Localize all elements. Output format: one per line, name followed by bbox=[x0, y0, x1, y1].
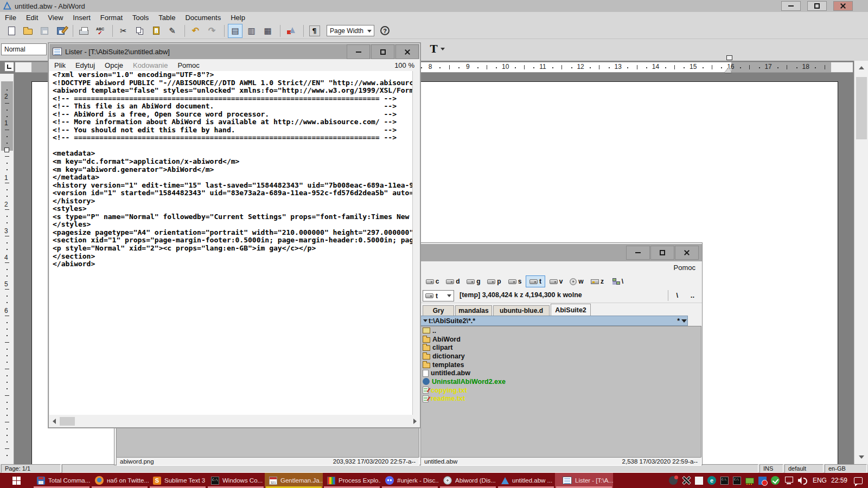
notifications-icon[interactable] bbox=[854, 477, 863, 484]
style-combo[interactable]: Normal bbox=[1, 43, 47, 55]
lister-title-bar[interactable]: Lister - [T:\AbiSuite2\untitled.abw] bbox=[49, 44, 419, 59]
maximize-button[interactable] bbox=[371, 44, 394, 59]
minimize-button[interactable] bbox=[781, 1, 801, 11]
lister-vertical-scrollbar[interactable] bbox=[412, 71, 419, 415]
drive-button-net[interactable]: \ bbox=[608, 275, 628, 287]
taskbar-button-2[interactable]: наб on Twitte... bbox=[91, 473, 149, 488]
menu-table[interactable]: Table bbox=[154, 12, 180, 23]
font-button[interactable]: T bbox=[426, 41, 448, 56]
vertical-ruler[interactable]: 21123456 bbox=[0, 74, 14, 464]
lister-menu-plik[interactable]: Plik bbox=[49, 60, 71, 70]
zoom-combo[interactable]: Page Width bbox=[327, 25, 374, 36]
drive-button-c[interactable]: c bbox=[423, 275, 442, 287]
copy-button[interactable] bbox=[132, 24, 147, 38]
filter-star-button[interactable]: * bbox=[677, 317, 680, 325]
minimize-button[interactable] bbox=[347, 44, 370, 59]
spellcheck-button[interactable]: ABC✓ bbox=[93, 24, 107, 38]
drive-button-w[interactable]: w bbox=[567, 275, 586, 287]
parent-dir-button[interactable]: .. bbox=[691, 291, 694, 299]
scroll-up-button[interactable] bbox=[854, 61, 868, 75]
close-button[interactable] bbox=[675, 246, 699, 260]
current-path-bar[interactable]: t:\AbiSuite2\*.* * bbox=[420, 316, 688, 326]
scrollbar-thumb[interactable] bbox=[60, 417, 75, 426]
lister-window[interactable]: Lister - [T:\AbiSuite2\untitled.abw] Pli… bbox=[48, 42, 421, 428]
taskbar-button-10[interactable]: Lister - [T:\A... bbox=[555, 473, 613, 488]
blocked-app-icon[interactable] bbox=[758, 477, 767, 485]
file-row[interactable]: .. bbox=[421, 326, 701, 335]
lister-menu-pomoc[interactable]: Pomoc bbox=[173, 60, 204, 70]
console-tray-icon[interactable] bbox=[720, 477, 729, 485]
maximize-button[interactable] bbox=[807, 1, 827, 11]
menu-help[interactable]: Pomoc bbox=[674, 264, 695, 272]
lister-menu-opcje[interactable]: Opcje bbox=[100, 60, 128, 70]
right-margin-marker[interactable] bbox=[725, 67, 731, 73]
drive-button-v[interactable]: v bbox=[546, 275, 566, 287]
file-row[interactable]: copying.txt bbox=[421, 386, 701, 395]
tab-abisuite2[interactable]: AbiSuite2 bbox=[551, 304, 591, 316]
file-row[interactable]: readme.txt bbox=[421, 395, 701, 403]
taskbar-button-9[interactable]: untitled.abw ... bbox=[497, 473, 555, 488]
file-row[interactable]: untitled.abw bbox=[421, 369, 701, 377]
lister-content[interactable]: <?xml version="1.0" encoding="UTF-8"?><!… bbox=[49, 71, 413, 415]
clock[interactable]: 22:59 bbox=[831, 477, 847, 484]
file-row[interactable]: templates bbox=[421, 361, 701, 369]
menu-documents[interactable]: Documents bbox=[180, 12, 226, 23]
menu-help[interactable]: Help bbox=[226, 12, 250, 23]
discord-tray-icon[interactable] bbox=[669, 476, 678, 485]
ruler-marker[interactable] bbox=[4, 147, 9, 152]
file-row[interactable]: dictionary bbox=[421, 352, 701, 361]
drive-button-d[interactable]: d bbox=[443, 275, 463, 287]
root-dir-button[interactable]: \ bbox=[676, 291, 678, 299]
scrollbar-thumb[interactable] bbox=[856, 77, 867, 139]
format-painter-button[interactable]: ✎ bbox=[165, 24, 180, 38]
close-button[interactable] bbox=[833, 1, 853, 11]
abiword-title-bar[interactable]: untitled.abw - AbiWord bbox=[0, 0, 868, 12]
tab-mandalas[interactable]: mandalas bbox=[455, 305, 492, 316]
save-as-button[interactable] bbox=[53, 24, 68, 38]
network-icon[interactable] bbox=[784, 477, 794, 484]
maximize-button[interactable] bbox=[650, 246, 674, 260]
taskbar-button-8[interactable]: Abiword (Dis... bbox=[439, 473, 497, 488]
lister-menu-edytuj[interactable]: Edytuj bbox=[71, 60, 100, 70]
scroll-right-button[interactable] bbox=[410, 416, 419, 427]
tab-gry[interactable]: Gry bbox=[423, 305, 454, 316]
taskbar-button-6[interactable]: Process Explo... bbox=[323, 473, 381, 488]
success-icon[interactable] bbox=[771, 476, 780, 485]
file-row[interactable]: clipart bbox=[421, 343, 701, 352]
menu-edit[interactable]: Edit bbox=[21, 12, 43, 23]
redo-button[interactable]: ↷ bbox=[205, 24, 219, 38]
menu-insert[interactable]: Insert bbox=[68, 12, 95, 23]
drive-button-s[interactable]: s bbox=[505, 275, 525, 287]
show-formatting-button[interactable]: ¶ bbox=[307, 24, 322, 38]
tab-stop-selector[interactable] bbox=[4, 62, 14, 72]
e-browser-icon[interactable] bbox=[707, 476, 716, 485]
file-row[interactable]: UninstallAbiWord2.exe bbox=[421, 377, 701, 386]
insert-image-button[interactable] bbox=[284, 24, 298, 38]
taskbar-button-4[interactable]: Windows Co... bbox=[207, 473, 265, 488]
view-normal-button[interactable]: ▤ bbox=[228, 24, 242, 38]
drive-button-p[interactable]: p bbox=[484, 275, 504, 287]
taskbar-button-3[interactable]: Sublime Text 3 bbox=[149, 473, 207, 488]
menu-file[interactable]: File bbox=[0, 12, 21, 23]
volume-icon[interactable] bbox=[798, 476, 808, 485]
view-grid-button[interactable]: ▦ bbox=[260, 24, 275, 38]
file-row[interactable]: AbiWord bbox=[421, 335, 701, 344]
paste-button[interactable] bbox=[149, 24, 163, 38]
print-button[interactable] bbox=[76, 24, 91, 38]
menu-tools[interactable]: Tools bbox=[127, 12, 154, 23]
help-button[interactable]: ? bbox=[378, 24, 392, 38]
view-columns-button[interactable]: ▥ bbox=[244, 24, 259, 38]
drive-button-g[interactable]: g bbox=[464, 275, 483, 287]
menu-format[interactable]: Format bbox=[95, 12, 127, 23]
close-button[interactable] bbox=[395, 44, 419, 59]
tc-file-list-right[interactable]: ..AbiWordclipartdictionarytemplatesuntit… bbox=[420, 326, 701, 459]
cut-button[interactable]: ✂ bbox=[116, 24, 131, 38]
path-history-icon[interactable] bbox=[681, 319, 687, 323]
save-button[interactable] bbox=[37, 24, 52, 38]
drive-button-z[interactable]: z bbox=[588, 275, 607, 287]
drive-button-t[interactable]: t bbox=[526, 275, 545, 287]
right-indent-marker[interactable] bbox=[726, 55, 732, 60]
xming-icon[interactable] bbox=[682, 476, 691, 485]
lister-horizontal-scrollbar[interactable] bbox=[49, 416, 419, 427]
minimize-button[interactable] bbox=[626, 246, 650, 260]
